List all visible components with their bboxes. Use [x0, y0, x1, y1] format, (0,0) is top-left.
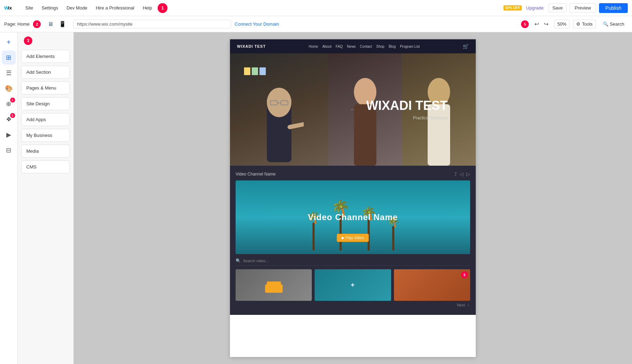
video-search-text: Search video...	[243, 259, 269, 263]
discount-badge: 50% OFF	[503, 5, 522, 11]
site-design-button[interactable]: Site Design	[21, 97, 70, 110]
nav-program-list[interactable]: Program List	[400, 45, 420, 48]
undo-button[interactable]: ↩	[532, 19, 541, 29]
tools-button[interactable]: ⚙ Tools	[573, 20, 595, 28]
hero-subtitle: Practical Solutions	[366, 115, 448, 120]
note-green	[252, 67, 258, 75]
sidebar-pages-icon[interactable]: ☰	[2, 66, 16, 80]
video-search-icon: 🔍	[236, 258, 241, 263]
share-control[interactable]: ⤴	[454, 171, 457, 177]
nav-news[interactable]: News	[347, 45, 356, 48]
thumb-badge: 5	[461, 271, 468, 278]
tools-icon: ⚙	[576, 21, 580, 27]
sidebar-business-icon[interactable]: ❖ 2	[2, 112, 16, 126]
video-thumbnails: ✦ 5	[236, 269, 470, 301]
media-button[interactable]: Media	[21, 145, 70, 158]
settings-menu[interactable]: Settings	[39, 4, 61, 12]
palm-tree-2: 🌴	[331, 199, 350, 251]
svg-line-8	[290, 124, 304, 127]
nav-shop[interactable]: Shop	[376, 45, 384, 48]
sidebar-media-icon[interactable]: ▶	[2, 128, 16, 142]
my-business-button[interactable]: My Business	[21, 129, 70, 142]
pages-menu-button[interactable]: Pages & Menu	[21, 81, 70, 94]
save-button[interactable]: Save	[548, 4, 567, 12]
play-video-button[interactable]: ▶ Play Video	[337, 234, 369, 242]
cart-icon[interactable]: 🛒	[463, 44, 469, 49]
nav-blog[interactable]: Blog	[389, 45, 396, 48]
note-blue	[259, 67, 266, 75]
icon-sidebar: + ⊞ ☰ 🎨 ⊕ 1 ❖ 2 ▶ ⊟	[0, 32, 18, 364]
cms-button[interactable]: CMS	[21, 160, 70, 173]
undo-redo-controls: ↩ ↪	[532, 19, 551, 29]
svg-text:ix: ix	[8, 5, 12, 11]
main-layout: + ⊞ ☰ 🎨 ⊕ 1 ❖ 2 ▶ ⊟ 3 Add Elements Add S…	[0, 32, 632, 364]
device-switcher: 🖥 📱	[46, 19, 68, 29]
hire-professional-link[interactable]: Hire a Professional	[93, 4, 137, 12]
nav-contact[interactable]: Contact	[360, 45, 372, 48]
badge-5: 5	[521, 20, 529, 28]
video-main-title: Video Channel Name	[308, 212, 398, 222]
add-elements-button[interactable]: Add Elements	[21, 50, 70, 63]
hero-text: WIXADI TEST Practical Solutions	[366, 99, 448, 120]
video-section: Video Channel Name ⤴ ◁ ▷ 🌴	[230, 166, 476, 315]
publish-button[interactable]: Publish	[599, 3, 628, 13]
site-header: WIXADI TEST Home About FAQ News Contact …	[230, 39, 476, 53]
video-section-header: Video Channel Name ⤴ ◁ ▷	[236, 171, 470, 177]
video-controls: ⤴ ◁ ▷	[454, 171, 470, 177]
desktop-view-button[interactable]: 🖥	[46, 19, 55, 29]
arrow-right-icon: →	[466, 303, 470, 307]
nav-faq[interactable]: FAQ	[336, 45, 343, 48]
add-section-button[interactable]: Add Section	[21, 66, 70, 79]
elements-icon: ⊞	[6, 54, 11, 61]
url-bar: https://www.wix.com/mysite	[73, 20, 231, 28]
search-button[interactable]: 🔍 Search	[599, 20, 628, 28]
sidebar-apps-icon[interactable]: ⊕ 1	[2, 97, 16, 111]
sticky-notes	[244, 67, 266, 75]
sidebar-elements-icon[interactable]: ⊞	[2, 51, 16, 65]
canvas-area: WIXADI TEST Home About FAQ News Contact …	[74, 32, 632, 364]
video-search-bar: 🔍 Search video...	[236, 256, 470, 266]
design-icon: 🎨	[5, 85, 13, 92]
zoom-level: 50%	[554, 20, 570, 28]
next-control[interactable]: ▷	[466, 171, 470, 177]
mobile-view-button[interactable]: 📱	[57, 19, 68, 29]
search-icon: 🔍	[603, 21, 608, 27]
add-apps-button[interactable]: Add Apps	[21, 113, 70, 126]
next-button[interactable]: Next →	[457, 303, 470, 307]
page-label: Page: Home	[4, 21, 29, 27]
video-thumb-3[interactable]: 5	[394, 269, 470, 301]
devmode-menu[interactable]: Dev Mode	[64, 4, 90, 12]
note-yellow	[244, 67, 250, 75]
plus-icon: +	[7, 38, 11, 46]
business-badge: 2	[10, 113, 15, 118]
video-thumb-2[interactable]: ✦	[315, 269, 391, 301]
sidebar-design-icon[interactable]: 🎨	[2, 81, 16, 95]
hero-section: WIXADI TEST Practical Solutions ←	[230, 53, 476, 166]
connect-domain-link[interactable]: Connect Your Domain	[235, 21, 279, 27]
site-brand: WIXADI TEST	[237, 44, 266, 48]
help-link[interactable]: Help	[140, 4, 155, 12]
badge-3: 3	[24, 37, 32, 45]
upgrade-button[interactable]: Upgrade	[524, 4, 546, 12]
nav-home[interactable]: Home	[309, 45, 318, 48]
sidebar-add-icon[interactable]: +	[2, 35, 16, 49]
top-navigation: W ix Site Settings Dev Mode Hire a Profe…	[0, 0, 632, 16]
cms-icon: ⊟	[6, 146, 11, 154]
arrow-indicator: ←	[350, 106, 356, 113]
sidebar-cms-icon[interactable]: ⊟	[2, 143, 16, 157]
site-preview: WIXADI TEST Home About FAQ News Contact …	[230, 39, 476, 357]
nav-about[interactable]: About	[322, 45, 331, 48]
pages-icon: ☰	[6, 69, 12, 77]
video-footer: Next →	[236, 301, 470, 309]
redo-button[interactable]: ↪	[542, 19, 551, 29]
wix-logo: W ix	[4, 4, 17, 12]
preview-button[interactable]: Preview	[570, 3, 596, 13]
apps-badge: 1	[10, 98, 15, 102]
panel-sidebar: 3 Add Elements Add Section Pages & Menu …	[18, 32, 74, 364]
site-menu[interactable]: Site	[22, 4, 36, 12]
badge-2: 2	[33, 20, 41, 28]
video-thumb-1[interactable]	[236, 269, 312, 301]
notification-badge[interactable]: 1	[158, 3, 167, 13]
media-icon: ▶	[6, 131, 11, 139]
prev-control[interactable]: ◁	[460, 171, 463, 177]
